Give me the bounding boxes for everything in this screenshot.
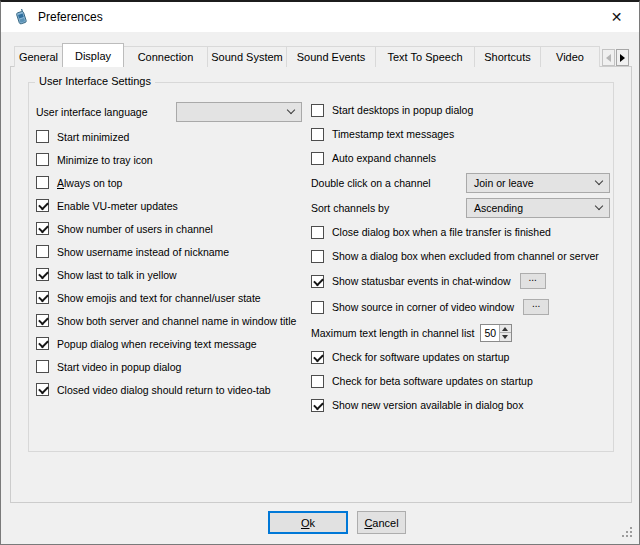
resize-grip[interactable] (622, 527, 634, 539)
row-start-minimized: Start minimized (36, 125, 312, 148)
source-corner-video-checkbox[interactable] (311, 301, 324, 314)
cancel-button[interactable]: Cancel (357, 511, 406, 534)
start-video-popup-checkbox[interactable] (36, 360, 49, 373)
titlebar[interactable]: Preferences ✕ (1, 2, 639, 32)
row-timestamp-messages: Timestamp text messages (311, 122, 626, 146)
tab-scroll-right-button[interactable] (616, 49, 629, 66)
show-new-version-checkbox[interactable] (311, 399, 324, 412)
left-column: User interface language Start minimized … (36, 98, 312, 401)
sort-channels-label: Sort channels by (311, 202, 389, 214)
scroll-left-icon (606, 54, 611, 62)
row-show-user-count: Show number of users in channel (36, 217, 312, 240)
spin-up-icon[interactable] (500, 325, 511, 334)
spinner-arrows (499, 325, 511, 341)
server-channel-title-checkbox[interactable] (36, 314, 49, 327)
preferences-dialog: Preferences ✕ General Display Connection… (0, 0, 640, 545)
row-minimize-to-tray: Minimize to tray icon (36, 148, 312, 171)
statusbar-events-browse-button[interactable]: ... (520, 273, 546, 289)
row-close-dialog-file-transfer: Close dialog box when a file transfer is… (311, 220, 626, 244)
show-emojis-checkbox[interactable] (36, 291, 49, 304)
enable-vu-meter-checkbox[interactable] (36, 199, 49, 212)
tab-general[interactable]: General (14, 46, 63, 67)
spinner-value: 50 (481, 325, 499, 341)
tab-scroll-left-button[interactable] (602, 49, 615, 66)
start-desktops-popup-checkbox[interactable] (311, 104, 324, 117)
checkbox-label[interactable]: Auto expand channels (332, 152, 436, 164)
sort-channels-row: Sort channels by Ascending (311, 195, 626, 220)
tab-sound-system[interactable]: Sound System (207, 46, 287, 67)
combo-value: Join or leave (474, 177, 534, 189)
tab-shortcuts[interactable]: Shortcuts (474, 46, 541, 67)
tab-connection[interactable]: Connection (123, 46, 208, 67)
row-auto-expand-channels: Auto expand channels (311, 146, 626, 170)
auto-expand-channels-checkbox[interactable] (311, 152, 324, 165)
row-vu-meter: Enable VU-meter updates (36, 194, 312, 217)
language-label: User interface language (36, 106, 148, 118)
checkbox-label[interactable]: Show a dialog box when excluded from cha… (332, 250, 599, 262)
checkbox-label[interactable]: Timestamp text messages (332, 128, 454, 140)
window-title: Preferences (38, 10, 103, 24)
row-always-on-top: Always on top (36, 171, 312, 194)
checkbox-label[interactable]: Close dialog box when a file transfer is… (332, 226, 551, 238)
row-dialog-when-excluded: Show a dialog box when excluded from cha… (311, 244, 626, 268)
max-text-length-spinner[interactable]: 50 (480, 324, 512, 342)
tab-sound-events[interactable]: Sound Events (286, 46, 376, 67)
popup-text-message-checkbox[interactable] (36, 337, 49, 350)
sort-channels-select[interactable]: Ascending (466, 198, 610, 218)
double-click-label: Double click on a channel (311, 177, 431, 189)
show-user-count-checkbox[interactable] (36, 222, 49, 235)
double-click-select[interactable]: Join or leave (466, 173, 610, 193)
always-on-top-checkbox[interactable] (36, 176, 49, 189)
chevron-down-icon (595, 177, 603, 185)
checkbox-label[interactable]: Popup dialog when receiving text message (57, 338, 257, 350)
groupbox-title: User Interface Settings (35, 75, 155, 87)
tab-display[interactable]: Display (62, 43, 124, 67)
dialog-when-excluded-checkbox[interactable] (311, 250, 324, 263)
close-dialog-file-transfer-checkbox[interactable] (311, 226, 324, 239)
row-check-beta-updates: Check for beta software updates on start… (311, 369, 626, 393)
check-updates-checkbox[interactable] (311, 351, 324, 364)
closed-video-return-checkbox[interactable] (36, 383, 49, 396)
row-popup-text-message: Popup dialog when receiving text message (36, 332, 312, 355)
row-show-username: Show username instead of nickname (36, 240, 312, 263)
checkbox-label[interactable]: Show both server and channel name in win… (57, 315, 296, 327)
checkbox-label[interactable]: Check for software updates on startup (332, 351, 509, 363)
checkbox-label[interactable]: Show emojis and text for channel/user st… (57, 292, 261, 304)
checkbox-label[interactable]: Show number of users in channel (57, 223, 213, 235)
app-icon (13, 9, 29, 25)
ok-button[interactable]: Ok (268, 511, 348, 534)
checkbox-label[interactable]: Enable VU-meter updates (57, 200, 178, 212)
checkbox-label[interactable]: Show new version available in dialog box (332, 399, 523, 411)
row-show-new-version: Show new version available in dialog box (311, 393, 626, 417)
checkbox-label[interactable]: Show statusbar events in chat-window (332, 275, 511, 287)
checkbox-label[interactable]: Always on top (57, 177, 122, 189)
show-username-checkbox[interactable] (36, 245, 49, 258)
source-corner-browse-button[interactable]: ... (523, 299, 549, 315)
row-show-emojis: Show emojis and text for channel/user st… (36, 286, 312, 309)
close-icon[interactable]: ✕ (594, 2, 639, 32)
tab-text-to-speech[interactable]: Text To Speech (375, 46, 475, 67)
checkbox-label[interactable]: Minimize to tray icon (57, 154, 153, 166)
tab-video[interactable]: Video (540, 46, 600, 67)
scroll-right-icon (620, 54, 625, 62)
row-last-to-talk: Show last to talk in yellow (36, 263, 312, 286)
user-interface-language-select[interactable] (176, 102, 302, 122)
checkbox-label[interactable]: Show username instead of nickname (57, 246, 229, 258)
checkbox-label[interactable]: Start video in popup dialog (57, 361, 181, 373)
checkbox-label[interactable]: Check for beta software updates on start… (332, 375, 533, 387)
start-minimized-checkbox[interactable] (36, 130, 49, 143)
checkbox-label[interactable]: Show last to talk in yellow (57, 269, 177, 281)
spin-down-icon[interactable] (500, 333, 511, 341)
row-check-updates: Check for software updates on startup (311, 345, 626, 369)
timestamp-messages-checkbox[interactable] (311, 128, 324, 141)
language-row: User interface language (36, 98, 312, 125)
check-beta-updates-checkbox[interactable] (311, 375, 324, 388)
last-to-talk-checkbox[interactable] (36, 268, 49, 281)
row-server-channel-title: Show both server and channel name in win… (36, 309, 312, 332)
checkbox-label[interactable]: Closed video dialog should return to vid… (57, 384, 271, 396)
statusbar-events-checkbox[interactable] (311, 275, 324, 288)
checkbox-label[interactable]: Start minimized (57, 131, 129, 143)
minimize-to-tray-checkbox[interactable] (36, 153, 49, 166)
checkbox-label[interactable]: Show source in corner of video window (332, 301, 514, 313)
checkbox-label[interactable]: Start desktops in popup dialog (332, 104, 473, 116)
